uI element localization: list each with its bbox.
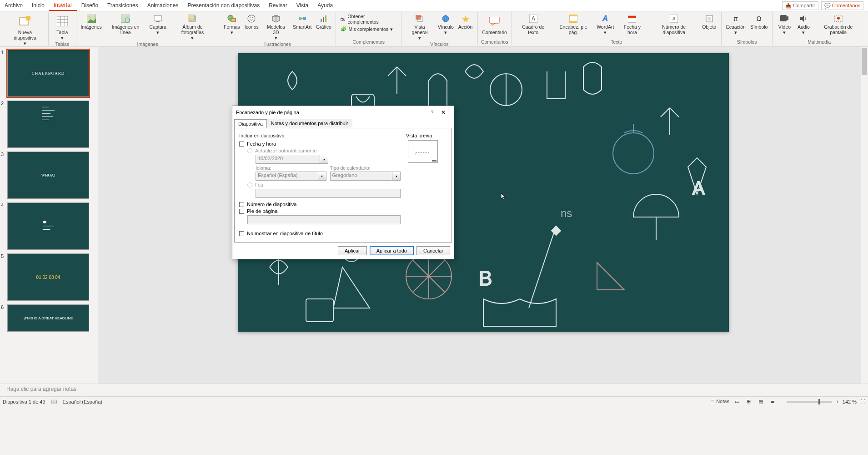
- comments-button[interactable]: 💬 Comentarios: [821, 1, 863, 10]
- tab-help[interactable]: Ayuda: [313, 0, 337, 11]
- svg-rect-50: [780, 15, 787, 21]
- svg-text:A: A: [602, 15, 608, 22]
- datetime-label: Fecha y hora: [247, 141, 276, 147]
- dialog-tab-notes[interactable]: Notas y documentos para distribuir: [267, 119, 352, 128]
- 3dmodels-button[interactable]: Modelos 3D ▾: [261, 13, 290, 41]
- notes-pane[interactable]: Haga clic para agregar notas: [0, 384, 868, 396]
- fixed-label: Fija: [255, 182, 263, 187]
- dialog-close-button[interactable]: ✕: [437, 109, 450, 116]
- tab-animations[interactable]: Animaciones: [143, 0, 183, 11]
- sorter-view-button[interactable]: ⊞: [745, 398, 753, 405]
- svg-rect-12: [156, 21, 160, 22]
- screen-recording-button[interactable]: Grabación de pantalla: [813, 13, 863, 36]
- status-bar: Diapositiva 1 de 49 📖 Español (España) ≣…: [0, 396, 868, 406]
- slide-editor[interactable]: A B ns: [98, 47, 868, 384]
- apply-button[interactable]: Aplicar: [338, 246, 367, 255]
- tab-view[interactable]: Vista: [292, 0, 313, 11]
- get-addins-button[interactable]: 🛍 Obtener complementos: [339, 13, 398, 25]
- slide-thumbnail[interactable]: ¡THIS IS A GREAT HEADLINE: [7, 304, 89, 332]
- zoom-slider[interactable]: [787, 401, 832, 403]
- spellcheck-icon[interactable]: 📖: [51, 399, 57, 404]
- slide-number-button[interactable]: #Número de diapositiva: [649, 13, 699, 36]
- object-button[interactable]: Objeto: [700, 13, 718, 30]
- language-status[interactable]: Español (España): [63, 399, 102, 404]
- screenshot-button[interactable]: Captura ▾: [148, 13, 168, 36]
- datetime-checkbox[interactable]: [239, 142, 244, 147]
- footer-text-input[interactable]: [247, 215, 401, 224]
- action-button[interactable]: Acción: [457, 13, 475, 30]
- date-combo[interactable]: 10/02/2020: [256, 155, 320, 164]
- svg-text:Ω: Ω: [757, 15, 761, 22]
- table-button[interactable]: Tabla ▾: [51, 13, 73, 41]
- slide-thumbnails-panel[interactable]: 1CHALKBOARD 2━━━━━━━━━━━━━━━━━━━━━━━━━━━…: [0, 47, 98, 384]
- slideshow-view-button[interactable]: ▰: [768, 398, 777, 405]
- zoom-icon: [415, 14, 424, 23]
- slide-thumbnail[interactable]: CHALKBOARD: [7, 50, 89, 97]
- tab-insert[interactable]: Insertar: [49, 0, 77, 11]
- comment-button[interactable]: Comentario: [481, 13, 509, 36]
- tab-home[interactable]: Inicio: [27, 0, 49, 11]
- language-combo[interactable]: Español (España): [256, 172, 318, 181]
- zoom-button[interactable]: Vista general ▾: [404, 13, 435, 41]
- textbox-button[interactable]: ACuadro de texto: [515, 13, 552, 36]
- slide-thumbnail[interactable]: WHOA!: [7, 152, 89, 199]
- notes-toggle[interactable]: ≣ Notas: [711, 399, 729, 404]
- tab-transitions[interactable]: Transiciones: [103, 0, 143, 11]
- screenshot-icon: [153, 14, 162, 23]
- fit-to-window-button[interactable]: ⛶: [860, 399, 865, 404]
- slide-thumbnail[interactable]: 01 02 03 04: [7, 253, 89, 301]
- footer-checkbox[interactable]: [239, 209, 244, 214]
- language-dropdown-button[interactable]: ▾: [318, 172, 326, 181]
- calendar-combo[interactable]: Gregoriano: [330, 172, 393, 181]
- chart-button[interactable]: Gráfico: [314, 13, 333, 30]
- symbol-button[interactable]: ΩSímbolo: [748, 13, 770, 30]
- zoom-level[interactable]: 142 %: [843, 399, 857, 404]
- tab-file[interactable]: Archivo: [0, 0, 27, 11]
- apply-all-button[interactable]: Aplicar a todo: [370, 246, 414, 255]
- dialog-help-button[interactable]: ?: [427, 110, 437, 115]
- smartart-button[interactable]: SmartArt: [291, 13, 313, 30]
- date-dropdown-button[interactable]: ▾: [320, 155, 328, 164]
- share-button[interactable]: 📤 Compartir: [782, 1, 818, 10]
- audio-icon: [799, 14, 808, 23]
- datetime-button[interactable]: Fecha y hora: [617, 13, 647, 36]
- slide-thumbnail[interactable]: ━━━━━━━━━━━━━━━━━━━━━━━━━━━━━━━━━: [7, 101, 89, 148]
- addins-icon: 🧩: [341, 26, 346, 32]
- normal-view-button[interactable]: ▭: [733, 398, 741, 405]
- my-addins-button[interactable]: 🧩 Mis complementos ▾: [339, 25, 398, 32]
- header-footer-button[interactable]: Encabez. pie pág.: [553, 13, 594, 36]
- tab-design[interactable]: Diseño: [77, 0, 103, 11]
- calendar-dropdown-button[interactable]: ▾: [392, 172, 401, 181]
- new-slide-button[interactable]: Nueva diapositiva ▾: [5, 13, 45, 47]
- calendar-icon: [627, 14, 637, 23]
- auto-update-radio[interactable]: [247, 148, 252, 153]
- dont-show-title-checkbox[interactable]: [239, 231, 244, 236]
- svg-rect-1: [26, 16, 30, 20]
- zoom-out-button[interactable]: −: [780, 399, 783, 404]
- audio-button[interactable]: Audio ▾: [794, 13, 813, 36]
- icons-button[interactable]: Iconos: [242, 13, 261, 30]
- equation-button[interactable]: πEcuación ▾: [724, 13, 748, 36]
- photo-album-button[interactable]: Álbum de fotografías ▾: [169, 13, 216, 41]
- zoom-in-button[interactable]: +: [836, 399, 838, 404]
- shapes-button[interactable]: Formas ▾: [222, 13, 241, 36]
- link-button[interactable]: Vínculo ▾: [436, 13, 455, 36]
- online-picture-icon: [121, 14, 130, 23]
- svg-point-31: [442, 15, 449, 22]
- slide-number-checkbox[interactable]: [239, 202, 244, 207]
- fixed-radio[interactable]: [247, 182, 252, 187]
- svg-rect-68: [306, 299, 333, 322]
- reading-view-button[interactable]: ▤: [757, 398, 765, 405]
- svg-point-8: [89, 16, 90, 18]
- tab-slideshow[interactable]: Presentación con diapositivas: [183, 0, 264, 11]
- vertical-scrollbar[interactable]: [861, 47, 868, 384]
- cancel-button[interactable]: Cancelar: [416, 246, 450, 255]
- pictures-button[interactable]: Imágenes: [79, 13, 104, 30]
- fixed-date-input[interactable]: [256, 189, 401, 198]
- slide-thumbnail[interactable]: 💬━━━━━━━━━━: [7, 202, 89, 250]
- wordart-button[interactable]: AWordArt ▾: [595, 13, 616, 36]
- tab-review[interactable]: Revisar: [264, 0, 292, 11]
- video-button[interactable]: Vídeo ▾: [775, 13, 793, 36]
- online-pictures-button[interactable]: Imágenes en línea: [104, 13, 146, 36]
- dialog-tab-slide[interactable]: Diapositiva: [234, 119, 267, 128]
